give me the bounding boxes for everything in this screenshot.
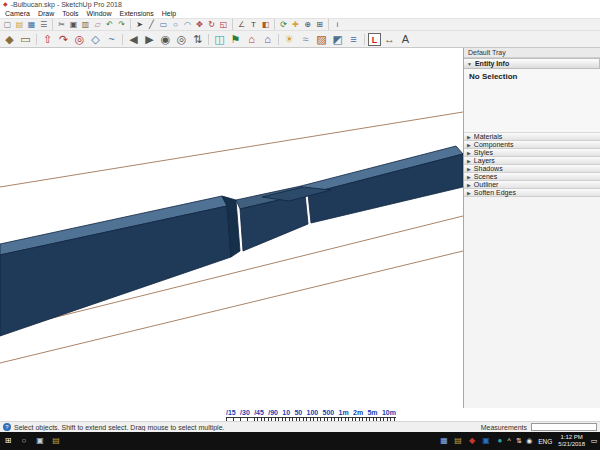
entity-info-content: No Selection [469, 72, 517, 81]
section-plane-icon[interactable]: ◫ [212, 32, 227, 47]
paste-icon[interactable]: ▥ [80, 19, 91, 30]
orbit-icon[interactable]: ⟳ [278, 19, 289, 30]
toolbar-separator [278, 34, 279, 45]
freehand-icon[interactable]: ~ [104, 32, 119, 47]
component-options-icon[interactable]: ▭ [18, 32, 33, 47]
3d-text-icon[interactable]: A [398, 32, 413, 47]
zoom-icon[interactable]: ⊕ [302, 19, 313, 30]
add-location-icon[interactable]: ⚑ [228, 32, 243, 47]
fog-icon[interactable]: ≈ [298, 32, 313, 47]
scale-label[interactable]: 10m [382, 409, 396, 416]
clock-time: 1:12 PM [558, 434, 585, 441]
status-hint-text: Select objects. Shift to extend select. … [14, 424, 481, 431]
tray-section-label: Materials [474, 133, 502, 141]
taskbar-clock[interactable]: 1:12 PM 5/21/2018 [556, 434, 587, 448]
push-pull-icon[interactable]: ⇧ [40, 32, 55, 47]
save-icon[interactable]: ▦ [26, 19, 37, 30]
taskbar-app-icon-1[interactable]: ▦ [437, 432, 451, 450]
volume-icon[interactable]: ◉ [524, 432, 534, 450]
menu-item-draw[interactable]: Draw [35, 9, 57, 18]
scale-label[interactable]: 5m [367, 409, 377, 416]
modeling-viewport[interactable] [0, 48, 463, 408]
copy-icon[interactable]: ▣ [68, 19, 79, 30]
look-around-icon[interactable]: ◎ [174, 32, 189, 47]
materials-icon[interactable]: ▨ [314, 32, 329, 47]
scale-label[interactable]: 2m [353, 409, 363, 416]
action-center-icon[interactable]: ▭ [589, 432, 599, 450]
send-to-layout-icon[interactable]: L [368, 33, 381, 46]
pan-icon[interactable]: ✚ [290, 19, 301, 30]
shadows-icon[interactable]: ☀ [282, 32, 297, 47]
search-icon[interactable]: ○ [16, 432, 32, 450]
chevron-right-icon: ▶ [467, 134, 471, 140]
3d-warehouse-icon[interactable]: ⌂ [244, 32, 259, 47]
undo-icon[interactable]: ↶ [104, 19, 115, 30]
polygon-icon[interactable]: ◇ [88, 32, 103, 47]
circle-icon[interactable]: ○ [170, 19, 181, 30]
entity-info-label: Entity Info [475, 60, 509, 67]
measurements-input[interactable] [531, 423, 597, 431]
tray-section-label: Shadows [474, 165, 503, 173]
open-icon[interactable]: ▤ [14, 19, 25, 30]
menu-item-extensions[interactable]: Extensions [117, 9, 157, 18]
hidden-icons-chevron[interactable]: ^ [504, 432, 514, 450]
print-icon[interactable]: ☰ [38, 19, 49, 30]
tray-section-entity-info[interactable]: ▼ Entity Info [464, 58, 600, 69]
dimension-icon[interactable]: ↔ [382, 32, 397, 47]
scale-label[interactable]: /90 [268, 409, 278, 416]
windows-taskbar: ⊞○▣▤ ▦▤◆▣● ^⇅◉ ENG 1:12 PM 5/21/2018 ▭ [0, 432, 600, 450]
tray-section-label: Scenes [474, 173, 497, 181]
menu-item-window[interactable]: Window [84, 9, 115, 18]
viewport-canvas[interactable] [0, 48, 463, 408]
arc-icon[interactable]: ◠ [182, 19, 193, 30]
position-camera-icon[interactable]: ◉ [158, 32, 173, 47]
model-info-icon[interactable]: i [332, 19, 343, 30]
erase-icon[interactable]: ▱ [92, 19, 103, 30]
extension-warehouse-icon[interactable]: ⌂ [260, 32, 275, 47]
menu-item-tools[interactable]: Tools [59, 9, 81, 18]
network-icon[interactable]: ⇅ [514, 432, 524, 450]
menu-item-help[interactable]: Help [159, 9, 179, 18]
taskbar-app-icon-3[interactable]: ◆ [465, 432, 479, 450]
rotate-icon[interactable]: ↻ [206, 19, 217, 30]
layers-icon[interactable]: ≡ [346, 32, 361, 47]
cut-icon[interactable]: ✂ [56, 19, 67, 30]
offset-icon[interactable]: ◎ [72, 32, 87, 47]
text-icon[interactable]: T [248, 19, 259, 30]
select-icon[interactable]: ➤ [134, 19, 145, 30]
scale-label[interactable]: /45 [254, 409, 264, 416]
language-indicator[interactable]: ENG [536, 438, 554, 445]
taskbar-app-icon-2[interactable]: ▤ [451, 432, 465, 450]
paint-bucket-icon[interactable]: ◧ [260, 19, 271, 30]
scale-icon[interactable]: ◱ [218, 19, 229, 30]
new-icon[interactable]: ▢ [2, 19, 13, 30]
scale-label[interactable]: /30 [240, 409, 250, 416]
scale-label[interactable]: 1m [339, 409, 349, 416]
make-component-icon[interactable]: ◆ [2, 32, 17, 47]
styles-icon[interactable]: ◩ [330, 32, 345, 47]
tape-measure-icon[interactable]: ∠ [236, 19, 247, 30]
file-explorer-icon[interactable]: ▤ [48, 432, 64, 450]
help-icon[interactable]: ? [3, 423, 11, 431]
rectangle-icon[interactable]: ▭ [158, 19, 169, 30]
menu-item-camera[interactable]: Camera [2, 9, 33, 18]
scale-label[interactable]: /15 [226, 409, 236, 416]
zoom-extents-icon[interactable]: ⊞ [314, 19, 325, 30]
follow-me-icon[interactable]: ↷ [56, 32, 71, 47]
walk-icon[interactable]: ⇅ [190, 32, 205, 47]
menu-bar: CameraDrawToolsWindowExtensionsHelp [0, 9, 600, 18]
start-button[interactable]: ⊞ [0, 432, 16, 450]
next-view-icon[interactable]: ▶ [142, 32, 157, 47]
scale-label[interactable]: 500 [323, 409, 335, 416]
tray-section-soften-edges[interactable]: ▶Soften Edges [464, 189, 600, 197]
scale-label[interactable]: 50 [294, 409, 302, 416]
line-icon[interactable]: ╱ [146, 19, 157, 30]
toolbar-row-2: ◆▭⇧↷◎◇~◀▶◉◎⇅◫⚑⌂⌂☀≈▨◩≡L↔A [0, 31, 600, 48]
scale-label[interactable]: 100 [307, 409, 319, 416]
task-view-icon[interactable]: ▣ [32, 432, 48, 450]
taskbar-app-icon-4[interactable]: ▣ [479, 432, 493, 450]
move-icon[interactable]: ✥ [194, 19, 205, 30]
previous-view-icon[interactable]: ◀ [126, 32, 141, 47]
redo-icon[interactable]: ↷ [116, 19, 127, 30]
scale-label[interactable]: 10 [282, 409, 290, 416]
